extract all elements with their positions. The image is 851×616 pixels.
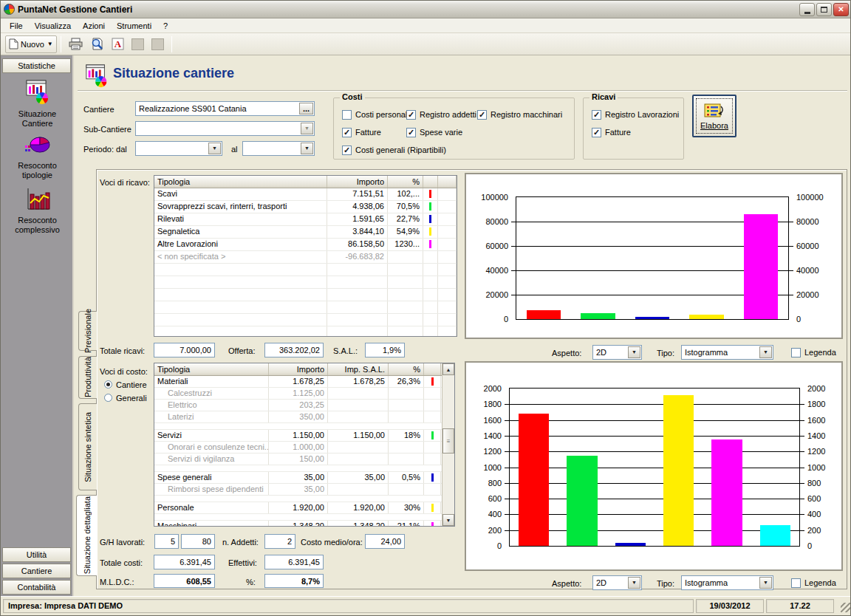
checkbox-box[interactable]: ✓ bbox=[406, 110, 416, 120]
checkbox-fatture[interactable]: ✓Fatture bbox=[592, 127, 631, 137]
costo-medio-field[interactable]: 24,00 bbox=[365, 534, 405, 549]
table-row[interactable] bbox=[154, 289, 457, 301]
checkbox-box[interactable]: ✓ bbox=[342, 146, 352, 155]
percent-field[interactable]: 8,7% bbox=[264, 574, 324, 588]
close-button[interactable]: ✕ bbox=[833, 3, 849, 16]
column-header-importo[interactable]: Importo bbox=[269, 363, 328, 375]
checkbox-spese-varie[interactable]: ✓Spese varie bbox=[406, 127, 462, 137]
menu-item-[interactable]: ? bbox=[157, 20, 174, 32]
tab-produttivit[interactable]: Produttività bbox=[78, 356, 97, 399]
gh-lavorati-field-1[interactable]: 5 bbox=[154, 534, 179, 549]
checkbox-costi-generali-ripartibili[interactable]: ✓Costi generali (Ripartibili) bbox=[342, 145, 446, 155]
table-row[interactable]: Altre Lavorazioni86.158,501230... bbox=[154, 239, 457, 251]
table-row[interactable]: Sovrapprezzi scavi, rinterri, trasporti4… bbox=[154, 201, 457, 213]
checkbox-box[interactable] bbox=[791, 578, 801, 588]
checkbox-box[interactable] bbox=[791, 348, 801, 357]
table-row[interactable] bbox=[154, 301, 457, 314]
menu-item-azioni[interactable]: Azioni bbox=[77, 20, 111, 32]
checkbox-registro-addetti[interactable]: ✓Registro addetti bbox=[406, 109, 476, 120]
tab-situazione-dettagliata[interactable]: Situazione dettagliata bbox=[76, 495, 97, 576]
periodo-al-picker[interactable]: lun 19/03/2012 ▼ bbox=[242, 141, 315, 156]
sal-field[interactable]: 1,9% bbox=[365, 343, 405, 357]
sidebar-item-resoconto-tipologie[interactable]: Resocontotipologie bbox=[1, 132, 74, 180]
legenda-checkbox-1[interactable]: Legenda bbox=[791, 347, 836, 357]
radio-button[interactable] bbox=[104, 394, 112, 402]
voci-di-ricavo-table[interactable]: TipologiaImporto%Scavi7.151,51102,...Sov… bbox=[154, 175, 457, 337]
table-row[interactable] bbox=[154, 514, 454, 521]
table-row[interactable]: Servizi1.150,001.150,0018% bbox=[154, 430, 454, 442]
checkbox-box[interactable]: ✓ bbox=[592, 110, 601, 120]
table-row[interactable]: Personale1.920,001.920,0030% bbox=[154, 502, 454, 514]
chevron-down-icon[interactable]: ▼ bbox=[759, 577, 772, 589]
checkbox-box[interactable]: ✓ bbox=[342, 128, 352, 137]
table-row[interactable]: Laterizi350,00 bbox=[154, 411, 454, 423]
table-row[interactable]: Onorari e consulenze tecni...1.000,00 bbox=[154, 442, 454, 454]
totale-costi-field[interactable]: 6.391,45 bbox=[154, 555, 215, 569]
column-header-blank[interactable] bbox=[424, 363, 441, 375]
table-row[interactable]: Materiali1.678,251.678,2526,3% bbox=[154, 376, 454, 388]
table-row[interactable]: Servizi di vigilanza150,00 bbox=[154, 454, 454, 465]
table-row[interactable]: Calcestruzzi1.125,00 bbox=[154, 388, 454, 400]
checkbox-box[interactable]: ✓ bbox=[406, 128, 416, 137]
totale-ricavi-field[interactable]: 7.000,00 bbox=[154, 343, 215, 357]
table-row[interactable]: Rilevati1.591,6522,7% bbox=[154, 213, 457, 226]
table-row[interactable] bbox=[154, 314, 457, 326]
sidebar-button-cantiere[interactable]: Cantiere bbox=[2, 564, 71, 578]
resize-grip[interactable] bbox=[841, 603, 850, 612]
tab-situazione-sintetica[interactable]: Situazione sintetica bbox=[78, 403, 97, 490]
radio-button[interactable] bbox=[104, 380, 112, 389]
new-button[interactable]: Nuovo ▼ bbox=[5, 35, 57, 53]
tipo-select-1[interactable]: Istogramma ▼ bbox=[681, 345, 773, 360]
table-row[interactable] bbox=[154, 423, 454, 430]
chevron-down-icon[interactable]: ▼ bbox=[208, 143, 221, 154]
chevron-down-icon[interactable]: ▼ bbox=[628, 577, 640, 589]
gh-lavorati-field-2[interactable]: 80 bbox=[181, 534, 215, 549]
chevron-down-icon[interactable]: ▼ bbox=[301, 123, 313, 134]
print-button[interactable] bbox=[65, 35, 86, 53]
periodo-dal-picker[interactable]: ✓ dom 01/01/2012 ▼ bbox=[135, 141, 222, 156]
table-row[interactable]: Spese generali35,0035,000,5% bbox=[154, 472, 454, 484]
menu-item-visualizza[interactable]: Visualizza bbox=[29, 20, 77, 32]
menu-item-strumenti[interactable]: Strumenti bbox=[111, 20, 157, 32]
column-header-tipologia[interactable]: Tipologia bbox=[154, 363, 269, 375]
mldc-field[interactable]: 608,55 bbox=[154, 574, 215, 588]
table-row[interactable]: Rimborsi spese dipendenti35,00 bbox=[154, 484, 454, 496]
chevron-down-icon[interactable]: ▼ bbox=[759, 346, 772, 358]
tipo-select-2[interactable]: Istogramma ▼ bbox=[681, 575, 773, 590]
sidebar-item-situazione-cantiere[interactable]: SituazioneCantiere bbox=[1, 79, 74, 129]
aspetto-select-2[interactable]: 2D ▼ bbox=[592, 575, 642, 590]
offerta-field[interactable]: 363.202,02 bbox=[264, 343, 324, 357]
checkbox-registro-macchinari[interactable]: ✓Registro macchinari bbox=[477, 109, 562, 120]
sidebar-button-contabilita[interactable]: Contabilità bbox=[2, 580, 71, 595]
checkbox-box[interactable]: ✓ bbox=[477, 110, 487, 120]
voci-di-costo-table[interactable]: TipologiaImportoImp. S.A.L.%Materiali1.6… bbox=[154, 363, 455, 527]
effettivi-field[interactable]: 6.391,45 bbox=[264, 555, 324, 569]
scrollbar-thumb[interactable]: ≡ bbox=[442, 428, 454, 454]
column-header-importo[interactable]: Importo bbox=[327, 176, 388, 188]
chevron-down-icon[interactable]: ▼ bbox=[628, 346, 640, 358]
elabora-button[interactable]: Elabora bbox=[692, 95, 736, 137]
table-row[interactable] bbox=[154, 496, 454, 502]
chevron-down-icon[interactable]: ▼ bbox=[301, 143, 313, 154]
sidebar-header-statistiche[interactable]: Statistiche bbox=[2, 58, 71, 73]
table-row[interactable] bbox=[154, 276, 457, 289]
table-row[interactable] bbox=[154, 264, 457, 276]
checkbox-box[interactable]: ✓ bbox=[592, 128, 601, 137]
checkbox-box[interactable] bbox=[342, 110, 352, 120]
table-row[interactable]: Elettrico203,25 bbox=[154, 400, 454, 411]
radio-generali[interactable]: Generali bbox=[104, 393, 147, 403]
table-row[interactable]: Scavi7.151,51102,... bbox=[154, 188, 457, 201]
sidebar-item-resoconto-complessivo[interactable]: Resocontocomplessivo bbox=[1, 187, 74, 235]
cantiere-browse-button[interactable]: ... bbox=[299, 103, 313, 114]
cantiere-input[interactable]: Realizzazione SS901 Catania bbox=[135, 101, 315, 116]
table-row[interactable]: Macchinari1.348,201.348,2021,1% bbox=[154, 521, 454, 527]
scroll-up-button[interactable]: ▲ bbox=[442, 363, 454, 375]
subcantiere-select[interactable]: ▼ bbox=[135, 121, 315, 136]
n-addetti-field[interactable]: 2 bbox=[264, 534, 295, 549]
scroll-down-button[interactable]: ▼ bbox=[442, 514, 454, 526]
scrollbar-vertical[interactable]: ▲≡▼ bbox=[442, 363, 454, 526]
print-preview-button[interactable] bbox=[86, 35, 108, 53]
column-header-[interactable]: % bbox=[388, 176, 423, 188]
checkbox-fatture[interactable]: ✓Fatture bbox=[342, 127, 381, 137]
table-row[interactable] bbox=[154, 465, 454, 472]
